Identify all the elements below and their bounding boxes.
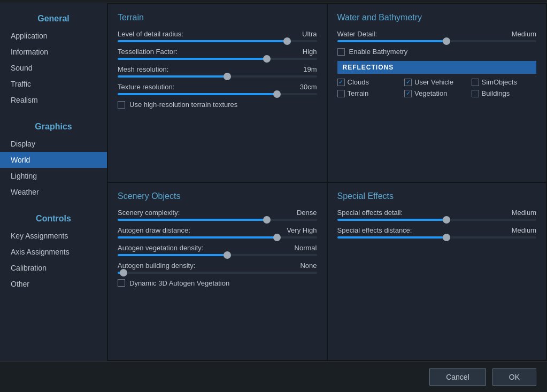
special-effects-distance-value: Medium	[512, 226, 536, 234]
sidebar-divider-2	[0, 200, 107, 209]
dynamic-autogen-checkbox[interactable]	[118, 279, 125, 287]
reflection-vegetation-label: Vegetation	[414, 89, 447, 97]
scenery-complexity-thumb[interactable]	[263, 216, 271, 224]
sidebar-item-other[interactable]: Other	[0, 276, 107, 292]
reflection-terrain[interactable]: Terrain	[337, 89, 403, 97]
lod-radius-row: Level of detail radius: Ultra	[118, 30, 317, 42]
texture-resolution-fill	[118, 93, 277, 95]
reflection-user-vehicle-label: User Vehicle	[414, 78, 453, 86]
tessellation-fill	[118, 58, 267, 60]
ok-button[interactable]: OK	[492, 368, 536, 386]
mesh-resolution-thumb[interactable]	[224, 73, 231, 80]
sidebar-item-traffic[interactable]: Traffic	[0, 76, 107, 92]
reflection-simobjects-checkbox[interactable]	[472, 79, 479, 86]
scenery-complexity-value: Dense	[297, 209, 317, 217]
water-detail-fill	[337, 40, 447, 42]
sidebar-item-information[interactable]: Information	[0, 44, 107, 60]
app-container: General Application Information Sound Tr…	[0, 0, 547, 392]
texture-resolution-row: Texture resolution: 30cm	[118, 83, 317, 95]
autogen-bld-density-label: Autogen building density:	[118, 262, 195, 270]
hires-terrain-checkbox[interactable]	[118, 101, 125, 109]
reflection-terrain-checkbox[interactable]	[337, 90, 345, 97]
special-effects-detail-label: Special effects detail:	[337, 209, 403, 217]
tessellation-track[interactable]	[118, 58, 317, 60]
reflection-clouds-label: Clouds	[348, 78, 369, 86]
graphics-section-title: Graphics	[0, 117, 107, 136]
autogen-draw-distance-value: Very High	[287, 226, 317, 234]
autogen-veg-density-row: Autogen vegetation density: Normal	[118, 244, 317, 256]
sidebar-item-weather[interactable]: Weather	[0, 184, 107, 200]
hires-terrain-label: Use high-resolution terrain textures	[129, 101, 237, 109]
lod-radius-fill	[118, 40, 287, 42]
tessellation-value: High	[303, 48, 317, 56]
sidebar-item-sound[interactable]: Sound	[0, 60, 107, 76]
special-effects-title: Special Effects	[337, 191, 537, 201]
water-detail-value: Medium	[512, 30, 536, 38]
cancel-button[interactable]: Cancel	[429, 368, 486, 386]
autogen-veg-density-track[interactable]	[118, 254, 317, 256]
autogen-veg-density-thumb[interactable]	[224, 251, 231, 259]
sidebar-item-axis-assignments[interactable]: Axis Assignments	[0, 244, 107, 260]
main-content: General Application Information Sound Tr…	[0, 3, 547, 361]
autogen-bld-density-value: None	[300, 262, 317, 270]
lod-radius-track[interactable]	[118, 40, 317, 42]
water-detail-thumb[interactable]	[443, 37, 450, 45]
reflection-buildings-label: Buildings	[482, 89, 510, 97]
sidebar-item-display[interactable]: Display	[0, 136, 107, 152]
scenery-title: Scenery Objects	[118, 191, 317, 201]
special-effects-distance-thumb[interactable]	[443, 234, 450, 241]
bathymetry-checkbox-row[interactable]: Enable Bathymetry	[337, 48, 537, 56]
autogen-draw-distance-track[interactable]	[118, 236, 317, 239]
reflection-user-vehicle-checkbox[interactable]	[404, 79, 412, 86]
special-effects-detail-row: Special effects detail: Medium	[337, 209, 537, 221]
special-effects-detail-track[interactable]	[337, 219, 537, 221]
sidebar-item-lighting[interactable]: Lighting	[0, 168, 107, 184]
autogen-draw-distance-fill	[118, 236, 277, 239]
autogen-draw-distance-thumb[interactable]	[273, 234, 281, 241]
controls-section-title: Controls	[0, 209, 107, 228]
reflections-grid: Clouds User Vehicle SimObjects Terrain	[337, 78, 537, 97]
reflection-clouds-checkbox[interactable]	[337, 79, 345, 86]
water-panel: Water and Bathymetry Water Detail: Mediu…	[328, 4, 546, 182]
scenery-panel: Scenery Objects Scenery complexity: Dens…	[108, 183, 327, 360]
autogen-bld-density-track[interactable]	[118, 272, 317, 274]
sidebar-item-calibration[interactable]: Calibration	[0, 260, 107, 276]
sidebar-item-key-assignments[interactable]: Key Assignments	[0, 228, 107, 244]
scenery-complexity-fill	[118, 219, 267, 221]
reflection-clouds[interactable]: Clouds	[337, 78, 403, 86]
special-effects-distance-track[interactable]	[337, 236, 537, 239]
tessellation-thumb[interactable]	[263, 55, 271, 63]
autogen-bld-density-thumb[interactable]	[120, 269, 127, 276]
hires-terrain-checkbox-row[interactable]: Use high-resolution terrain textures	[118, 101, 317, 109]
texture-resolution-track[interactable]	[118, 93, 317, 95]
water-detail-row: Water Detail: Medium	[337, 30, 537, 42]
bathymetry-checkbox[interactable]	[337, 48, 345, 56]
content-area: Terrain Level of detail radius: Ultra Te…	[107, 3, 547, 361]
sidebar-divider-1	[0, 108, 107, 117]
special-effects-detail-thumb[interactable]	[443, 216, 450, 224]
lod-radius-thumb[interactable]	[283, 37, 291, 45]
special-effects-detail-fill	[337, 219, 447, 221]
autogen-veg-density-label: Autogen vegetation density:	[118, 244, 203, 252]
reflection-simobjects-label: SimObjects	[482, 78, 517, 86]
reflection-user-vehicle[interactable]: User Vehicle	[404, 78, 469, 86]
water-detail-track[interactable]	[337, 40, 537, 42]
mesh-resolution-track[interactable]	[118, 75, 317, 78]
reflection-buildings-checkbox[interactable]	[472, 90, 479, 97]
sidebar-item-application[interactable]: Application	[0, 28, 107, 44]
reflection-buildings[interactable]: Buildings	[472, 89, 537, 97]
reflection-vegetation-checkbox[interactable]	[404, 90, 412, 97]
special-effects-distance-fill	[337, 236, 447, 239]
reflection-simobjects[interactable]: SimObjects	[472, 78, 537, 86]
reflections-header: REFLECTIONS	[337, 61, 537, 74]
lod-radius-value: Ultra	[302, 30, 317, 38]
reflection-vegetation[interactable]: Vegetation	[404, 89, 469, 97]
dynamic-autogen-checkbox-row[interactable]: Dynamic 3D Autogen Vegetation	[118, 279, 317, 287]
bathymetry-label: Enable Bathymetry	[349, 48, 408, 56]
special-effects-panel: Special Effects Special effects detail: …	[328, 183, 546, 360]
texture-resolution-thumb[interactable]	[273, 90, 281, 98]
scenery-complexity-track[interactable]	[118, 219, 317, 221]
sidebar-item-world[interactable]: World	[0, 152, 107, 168]
mesh-resolution-fill	[118, 75, 227, 78]
sidebar-item-realism[interactable]: Realism	[0, 92, 107, 108]
